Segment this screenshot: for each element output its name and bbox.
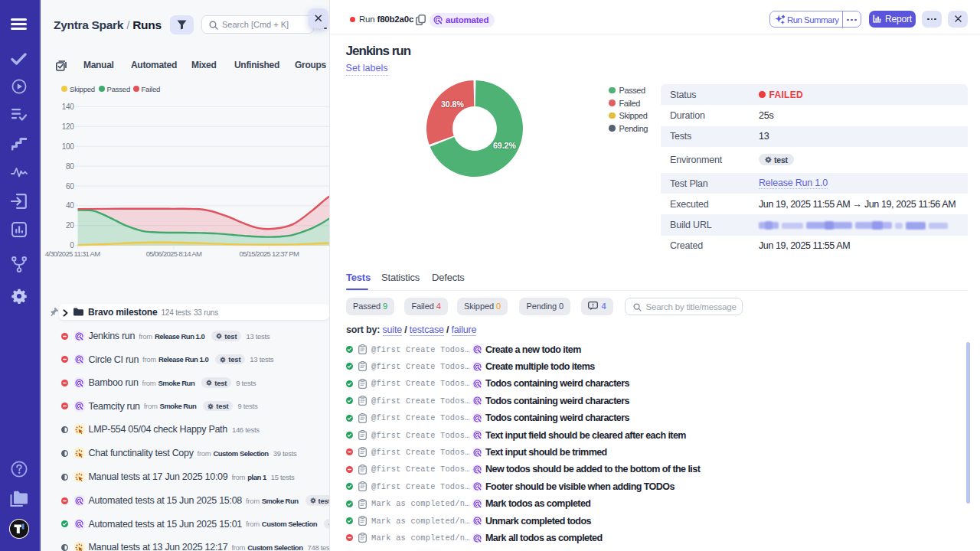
svg-text:40: 40 [66,201,74,210]
svg-text:60: 60 [66,182,74,191]
svg-text:30.8%: 30.8% [441,99,464,109]
svg-text:20: 20 [66,221,74,230]
svg-text:69.2%: 69.2% [493,141,516,150]
svg-text:100: 100 [62,142,75,151]
svg-text:05/15/2025 12:37 PM: 05/15/2025 12:37 PM [240,249,299,258]
svg-text:05/06/2025 8:14 AM: 05/06/2025 8:14 AM [146,249,202,258]
svg-text:120: 120 [62,122,75,131]
svg-text:0: 0 [70,241,74,249]
svg-text:4/30/2025 11:31 AM: 4/30/2025 11:31 AM [45,249,101,258]
svg-text:80: 80 [66,162,74,171]
svg-text:140: 140 [62,103,75,111]
